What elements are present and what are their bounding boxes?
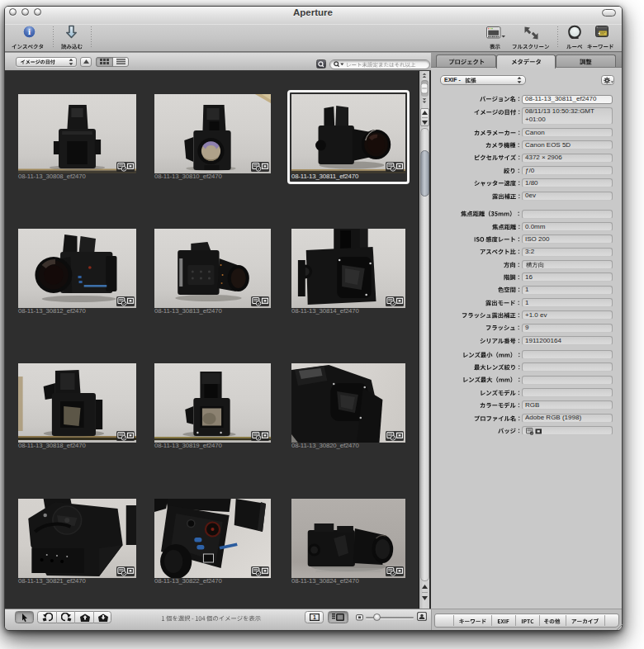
- svg-text:1: 1: [313, 614, 316, 620]
- svg-text:i: i: [28, 26, 31, 36]
